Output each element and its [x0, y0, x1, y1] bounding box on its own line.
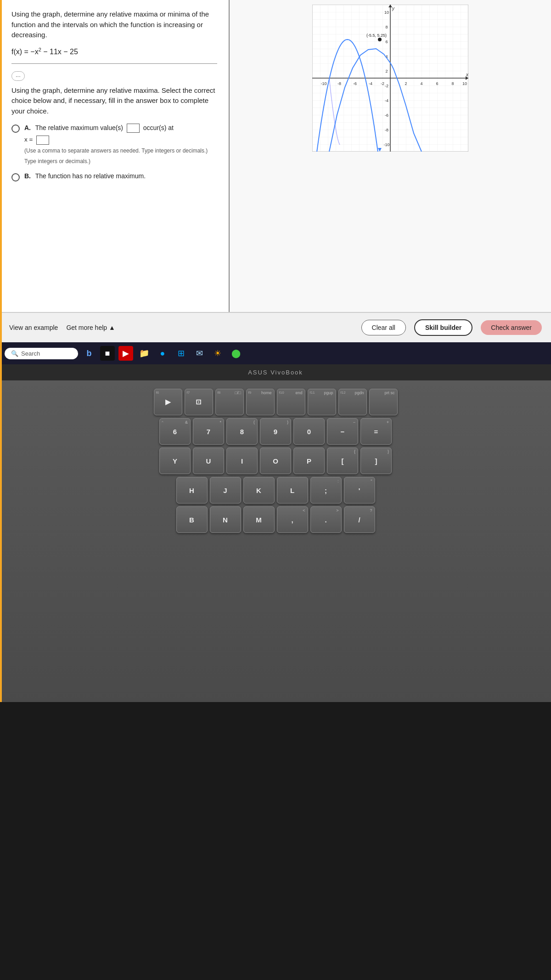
screen: Using the graph, determine any relative …	[0, 0, 551, 702]
choice-a-hint2: Type integers or decimals.)	[24, 157, 208, 166]
key-o[interactable]: O	[260, 448, 291, 474]
key-comma[interactable]: < ,	[277, 506, 308, 533]
key-lbracket[interactable]: { [	[327, 448, 358, 474]
left-accent	[0, 0, 2, 702]
key-p[interactable]: P	[293, 448, 325, 474]
key-y[interactable]: Y	[159, 448, 191, 474]
key-0[interactable]: 0	[293, 418, 325, 445]
key-equals[interactable]: + =	[360, 418, 392, 445]
svg-text:-2: -2	[385, 84, 388, 88]
key-u[interactable]: U	[193, 448, 224, 474]
key-period[interactable]: > .	[310, 506, 342, 533]
taskbar-icon-windows[interactable]: ⊞	[174, 346, 188, 361]
key-prtsc[interactable]: prt sc	[369, 389, 398, 415]
key-9[interactable]: ) 9	[260, 418, 291, 445]
taskbar-icon-edge[interactable]: ●	[155, 346, 170, 361]
choice-a-detail: x = (Use a comma to separate answers as …	[24, 135, 208, 166]
choice-a-x-label: x =	[24, 136, 33, 143]
radio-a[interactable]	[11, 125, 20, 133]
svg-text:8: 8	[451, 81, 454, 86]
graph-panel: -10 -8 -6 -4 -2 2 4 6 8 10 10 8 6 4 2	[230, 0, 551, 312]
key-rbracket[interactable]: } ]	[360, 448, 392, 474]
get-more-help-link[interactable]: Get more help ▲	[66, 324, 115, 331]
asus-text: ASUS VivoBook	[248, 369, 303, 376]
more-options-button[interactable]: ···	[11, 71, 25, 81]
svg-text:4: 4	[420, 81, 422, 86]
key-i[interactable]: I	[226, 448, 258, 474]
content-area: Using the graph, determine any relative …	[0, 0, 551, 312]
key-f8[interactable]: f8 □/□	[215, 389, 244, 415]
svg-text:-10: -10	[320, 81, 326, 86]
key-6[interactable]: ^ & 6	[159, 418, 191, 445]
choice-b: B. The function has no relative maximum.	[11, 172, 217, 181]
taskbar-icon-black[interactable]: ■	[100, 346, 115, 361]
graph-svg: -10 -8 -6 -4 -2 2 4 6 8 10 10 8 6 4 2	[312, 5, 468, 152]
key-m[interactable]: M	[243, 506, 275, 533]
key-quote[interactable]: " '	[344, 477, 375, 504]
key-f11[interactable]: f11 pgup	[308, 389, 336, 415]
skill-builder-button[interactable]: Skill builder	[414, 319, 472, 336]
choice-a: A. The relative maximum value(s) occur(s…	[11, 124, 217, 166]
choice-a-hint: (Use a comma to separate answers as need…	[24, 147, 208, 155]
main-question-text: Using the graph, determine any relative …	[11, 9, 217, 40]
svg-text:10: 10	[462, 81, 467, 86]
radio-b[interactable]	[11, 173, 20, 181]
key-f6[interactable]: f6 ▶	[154, 389, 182, 415]
key-f8-sub: f8	[218, 391, 221, 395]
svg-text:-4: -4	[369, 81, 372, 86]
sub-question-text: Using the graph, determine any relative …	[11, 85, 217, 117]
choice-a-content: A. The relative maximum value(s) occur(s…	[24, 124, 208, 133]
taskbar-icon-mail[interactable]: ✉	[192, 346, 207, 361]
question-panel: Using the graph, determine any relative …	[0, 0, 230, 312]
svg-text:10: 10	[384, 10, 389, 15]
taskbar-icon-folder[interactable]: 📁	[137, 346, 152, 361]
key-f7[interactable]: f7 ⊡	[185, 389, 213, 415]
taskbar: 🔍 Search b ■ ▶ 📁 ● ⊞ ✉ ☀ ⬤	[0, 342, 551, 364]
key-slash[interactable]: ? /	[344, 506, 375, 533]
asus-brand: ASUS VivoBook	[0, 364, 551, 380]
svg-text:6: 6	[385, 40, 388, 44]
key-semicolon[interactable]: : ;	[310, 477, 342, 504]
key-h[interactable]: H	[176, 477, 208, 504]
key-j[interactable]: J	[210, 477, 241, 504]
keyboard-row-numbers: ^ & 6 * 7 ( 8 ) 9 0 − −	[5, 418, 546, 445]
function-display: f(x) = −x2 − 11x − 25	[11, 47, 217, 56]
key-f12[interactable]: f12 pgdn	[338, 389, 367, 415]
divider	[11, 63, 217, 64]
key-n[interactable]: N	[210, 506, 241, 533]
key-8[interactable]: ( 8	[226, 418, 258, 445]
key-l[interactable]: L	[277, 477, 308, 504]
key-f9[interactable]: f9 home	[246, 389, 275, 415]
fill-box-value[interactable]	[127, 124, 140, 133]
svg-text:6: 6	[436, 81, 438, 86]
fill-box-x[interactable]	[36, 136, 49, 145]
keyboard-row-bnm: B N M < , > . ? /	[5, 506, 546, 533]
svg-text:2: 2	[405, 81, 407, 86]
check-answer-button[interactable]: Check answer	[481, 320, 542, 335]
search-label: Search	[21, 350, 40, 357]
key-f7-sub: f7	[187, 391, 190, 395]
vertex-point	[378, 38, 382, 41]
keyboard-row-hjkl: H J K L : ; " '	[5, 477, 546, 504]
taskbar-icon-weather[interactable]: ☀	[210, 346, 225, 361]
svg-text:-4: -4	[385, 98, 388, 103]
taskbar-icon-b[interactable]: b	[82, 346, 96, 361]
view-example-link[interactable]: View an example	[9, 324, 58, 331]
graph-container: -10 -8 -6 -4 -2 2 4 6 8 10 10 8 6 4 2	[312, 5, 468, 152]
key-minus[interactable]: − −	[327, 418, 358, 445]
svg-text:-6: -6	[385, 113, 388, 118]
clear-all-button[interactable]: Clear all	[361, 320, 406, 335]
key-f10[interactable]: f10 end	[277, 389, 305, 415]
keyboard-row-yuiop: Y U I O P { [ } ]	[5, 448, 546, 474]
key-k[interactable]: K	[243, 477, 275, 504]
taskbar-search[interactable]: 🔍 Search	[5, 348, 78, 359]
choice-a-text: The relative maximum value(s)	[35, 124, 123, 131]
keyboard-row-fn: f6 ▶ f7 ⊡ f8 □/□ f9 home f10 end f11	[5, 389, 546, 415]
key-f9-sub: f9	[248, 391, 252, 395]
svg-text:-6: -6	[353, 81, 357, 86]
choice-b-text: The function has no relative maximum.	[35, 172, 146, 180]
key-b[interactable]: B	[176, 506, 208, 533]
key-7[interactable]: * 7	[193, 418, 224, 445]
taskbar-icon-video[interactable]: ▶	[118, 346, 133, 361]
taskbar-icon-chrome[interactable]: ⬤	[229, 346, 243, 361]
